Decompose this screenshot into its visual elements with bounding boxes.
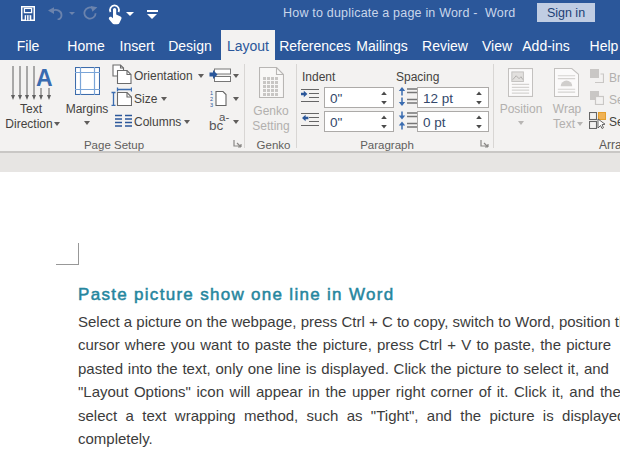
svg-text:A: A	[36, 66, 53, 91]
svg-text:3: 3	[210, 102, 213, 107]
